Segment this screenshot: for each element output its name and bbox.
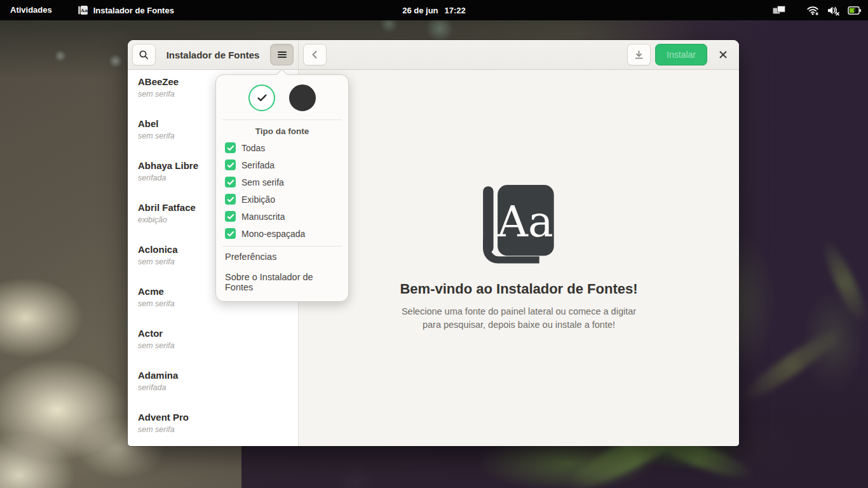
- check-icon: [227, 179, 234, 186]
- about-menu-item[interactable]: Sobre o Instalador de Fontes: [216, 267, 348, 297]
- checkbox-checked: [225, 228, 236, 239]
- clock-date: 26 de jun: [402, 6, 438, 15]
- filter-serifada[interactable]: Serifada: [216, 156, 348, 173]
- preferences-menu-item[interactable]: Preferências: [216, 247, 348, 267]
- welcome-title: Bem-vindo ao Instalador de Fontes!: [400, 281, 637, 297]
- primary-menu-popover: Tipo da fonte Todas Serifada Sem serifa …: [215, 74, 349, 302]
- welcome-subtitle-line2: para pesquisar, depois baixe ou instale …: [423, 318, 615, 332]
- install-button[interactable]: Instalar: [655, 44, 707, 65]
- focused-app-label: Instalador de Fontes: [93, 6, 174, 15]
- font-type-section-title: Tipo da fonte: [216, 120, 348, 139]
- close-window-button[interactable]: [712, 44, 734, 65]
- clock-time: 17:22: [445, 6, 466, 15]
- check-icon: [227, 196, 234, 203]
- clock-button[interactable]: 26 de jun17:22: [402, 6, 466, 15]
- check-icon: [227, 145, 234, 151]
- download-icon: [634, 50, 644, 60]
- checkbox-checked: [225, 194, 236, 205]
- filter-manuscrita[interactable]: Manuscrita: [216, 208, 348, 225]
- gnome-top-bar: Atividades Aa Instalador de Fontes 26 de…: [0, 0, 868, 20]
- filter-sem-serifa[interactable]: Sem serifa: [216, 173, 348, 191]
- svg-text:Aa: Aa: [79, 7, 87, 13]
- welcome-subtitle-line1: Selecione uma fonte do painel lateral ou…: [402, 305, 636, 318]
- headerbar-right-pane: Instalar: [299, 40, 739, 69]
- screen-share-icon[interactable]: [772, 5, 786, 15]
- font-list-item[interactable]: Advent Pro sem serifa: [128, 405, 298, 446]
- check-icon: [227, 162, 234, 168]
- font-list-item[interactable]: Adamina serifada: [128, 363, 298, 405]
- volume-muted-icon: [827, 5, 840, 16]
- light-theme-option[interactable]: [248, 85, 275, 111]
- filter-todas[interactable]: Todas: [216, 139, 348, 156]
- hamburger-menu-icon: [277, 50, 287, 60]
- checkbox-checked: [225, 211, 236, 222]
- chevron-left-icon: [310, 50, 320, 60]
- headerbar-left-pane: Instalador de Fontes: [128, 40, 299, 69]
- search-icon: [139, 50, 149, 60]
- download-button[interactable]: [627, 44, 651, 65]
- checkbox-checked: [225, 142, 236, 153]
- dark-theme-option[interactable]: [289, 85, 316, 111]
- battery-charging-icon: [848, 6, 862, 15]
- check-icon: [257, 93, 268, 102]
- headerbar: Instalador de Fontes: [128, 40, 739, 70]
- app-book-icon: Aa: [78, 5, 88, 16]
- wifi-limited-icon: [806, 5, 819, 16]
- activities-button[interactable]: Atividades: [0, 0, 62, 20]
- welcome-panel: Aa Bem-vindo ao Instalador de Fontes! Se…: [299, 70, 739, 446]
- checkbox-checked: [225, 177, 236, 187]
- filter-mono-espacada[interactable]: Mono-espaçada: [216, 225, 348, 242]
- filter-exibicao[interactable]: Exibição: [216, 191, 348, 208]
- system-status-area[interactable]: [772, 0, 862, 20]
- primary-menu-button[interactable]: [270, 44, 294, 65]
- font-list-item[interactable]: Actor sem serifa: [128, 322, 298, 363]
- focused-app-button[interactable]: Aa Instalador de Fontes: [78, 0, 174, 20]
- search-button[interactable]: [132, 44, 156, 65]
- back-button[interactable]: [303, 44, 327, 65]
- check-icon: [227, 231, 234, 237]
- checkbox-checked: [225, 159, 236, 170]
- status-icon-group[interactable]: [806, 5, 862, 16]
- theme-selector: [216, 75, 348, 119]
- book-aa-icon: Aa: [477, 185, 561, 267]
- check-icon: [227, 214, 234, 220]
- svg-text:Aa: Aa: [496, 196, 553, 246]
- close-icon: [719, 50, 728, 59]
